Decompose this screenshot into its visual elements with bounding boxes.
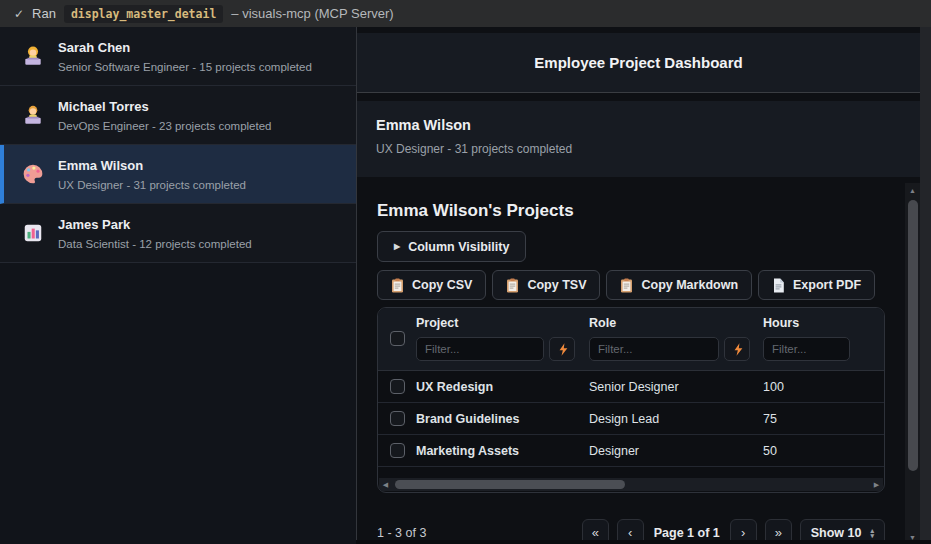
employee-list-item-emma-wilson-selected[interactable]: Emma Wilson UX Designer - 31 projects co… — [0, 145, 356, 204]
woman-technologist-emoji-icon — [21, 44, 45, 68]
horizontal-scrollbar-track[interactable] — [392, 478, 870, 491]
command-status-bar: ✓ Ran display_master_detail – visuals-mc… — [0, 0, 931, 27]
window-bottom-edge — [356, 540, 931, 544]
horizontal-scrollbar[interactable]: ◀ ▶ — [379, 478, 883, 491]
document-icon — [772, 278, 785, 293]
employee-name: Sarah Chen — [58, 40, 312, 55]
project-filter-input[interactable] — [416, 337, 544, 361]
copy-markdown-button[interactable]: Copy Markdown — [606, 270, 752, 300]
project-filter-bolt-button[interactable] — [549, 337, 575, 361]
employee-list-item-sarah-chen[interactable]: Sarah Chen Senior Software Engineer - 15… — [0, 27, 356, 86]
employee-name: James Park — [58, 217, 252, 232]
page-size-label: Show 10 — [811, 526, 862, 540]
table-header-row: Project Role — [378, 308, 884, 371]
select-all-checkbox[interactable] — [390, 331, 405, 346]
export-pdf-button[interactable]: Export PDF — [758, 270, 875, 300]
column-header-project[interactable]: Project — [416, 316, 589, 330]
selected-employee-subtitle: UX Designer - 31 projects completed — [376, 142, 920, 156]
employee-list-item-michael-torres[interactable]: Michael Torres DevOps Engineer - 23 proj… — [0, 86, 356, 145]
cell-hours: 100 — [763, 380, 884, 394]
copy-csv-label: Copy CSV — [412, 278, 472, 292]
horizontal-scrollbar-thumb[interactable] — [395, 480, 625, 489]
employee-subtitle: DevOps Engineer - 23 projects completed — [58, 120, 272, 132]
projects-section-title: Emma Wilson's Projects — [377, 201, 920, 221]
employee-list-item-james-park[interactable]: James Park Data Scientist - 12 projects … — [0, 204, 356, 263]
column-header-hours[interactable]: Hours — [763, 316, 884, 330]
scroll-up-icon[interactable]: ▲ — [905, 187, 920, 194]
scroll-left-icon[interactable]: ◀ — [379, 481, 392, 489]
ran-label: Ran — [32, 6, 56, 21]
cell-project: UX Redesign — [416, 380, 589, 394]
cell-project: Marketing Assets — [416, 444, 589, 458]
clipboard-icon — [506, 278, 519, 293]
cell-project: Brand Guidelines — [416, 412, 589, 426]
row-checkbox[interactable] — [390, 411, 405, 426]
employee-subtitle: UX Designer - 31 projects completed — [58, 179, 246, 191]
row-range-label: 1 - 3 of 3 — [377, 526, 426, 540]
scroll-right-icon[interactable]: ▶ — [870, 481, 883, 489]
cell-role: Design Lead — [589, 412, 763, 426]
selected-employee-header: Emma Wilson UX Designer - 31 projects co… — [357, 101, 920, 177]
role-filter-bolt-button[interactable] — [724, 337, 750, 361]
command-pill[interactable]: display_master_detail — [64, 5, 223, 23]
export-pdf-label: Export PDF — [793, 278, 861, 292]
palette-emoji-icon — [21, 162, 45, 186]
man-technologist-emoji-icon — [21, 103, 45, 127]
select-updown-icon: ▴▾ — [870, 528, 874, 538]
cell-hours: 50 — [763, 444, 884, 458]
employee-name: Emma Wilson — [58, 158, 246, 173]
lightning-bolt-icon — [732, 343, 743, 356]
row-checkbox[interactable] — [390, 443, 405, 458]
bar-chart-emoji-icon — [21, 221, 45, 245]
employee-list: Sarah Chen Senior Software Engineer - 15… — [0, 27, 356, 544]
employee-name: Michael Torres — [58, 99, 272, 114]
column-visibility-button[interactable]: ▶ Column Visibility — [377, 231, 526, 262]
window-scroll-gutter — [920, 27, 931, 544]
copy-csv-button[interactable]: Copy CSV — [377, 270, 486, 300]
vertical-scrollbar[interactable]: ▲ ▼ — [905, 183, 920, 544]
table-row[interactable]: UX Redesign Senior Designer 100 — [378, 371, 884, 403]
success-check-icon: ✓ — [14, 7, 24, 21]
table-row[interactable]: Marketing Assets Designer 50 — [378, 435, 884, 467]
table-row[interactable]: Brand Guidelines Design Lead 75 — [378, 403, 884, 435]
clipboard-icon — [620, 278, 633, 293]
copy-markdown-label: Copy Markdown — [641, 278, 738, 292]
lightning-bolt-icon — [557, 343, 568, 356]
role-filter-input[interactable] — [589, 337, 719, 361]
employee-subtitle: Senior Software Engineer - 15 projects c… — [58, 61, 312, 73]
export-buttons-row: Copy CSV Copy TSV — [377, 270, 920, 300]
employee-subtitle: Data Scientist - 12 projects completed — [58, 238, 252, 250]
vertical-scrollbar-thumb[interactable] — [908, 200, 918, 471]
column-header-role[interactable]: Role — [589, 316, 763, 330]
copy-tsv-label: Copy TSV — [527, 278, 586, 292]
selected-employee-name: Emma Wilson — [376, 117, 920, 133]
row-checkbox[interactable] — [390, 379, 405, 394]
cell-role: Designer — [589, 444, 763, 458]
dashboard-title-band: Employee Project Dashboard — [357, 33, 920, 93]
dashboard-title: Employee Project Dashboard — [534, 54, 742, 71]
clipboard-icon — [391, 278, 404, 293]
projects-table: Project Role — [377, 307, 885, 493]
hours-filter-input[interactable] — [763, 337, 850, 361]
copy-tsv-button[interactable]: Copy TSV — [492, 270, 600, 300]
cell-hours: 75 — [763, 412, 884, 426]
chevron-right-icon: ▶ — [394, 242, 400, 251]
cell-role: Senior Designer — [589, 380, 763, 394]
mcp-server-label: – visuals-mcp (MCP Server) — [231, 6, 393, 21]
page-indicator-label: Page 1 of 1 — [652, 526, 722, 540]
detail-scroll-area: Emma Wilson's Projects ▶ Column Visibili… — [357, 177, 920, 544]
column-visibility-label: Column Visibility — [408, 240, 509, 254]
detail-panel: Employee Project Dashboard Emma Wilson U… — [356, 27, 920, 544]
